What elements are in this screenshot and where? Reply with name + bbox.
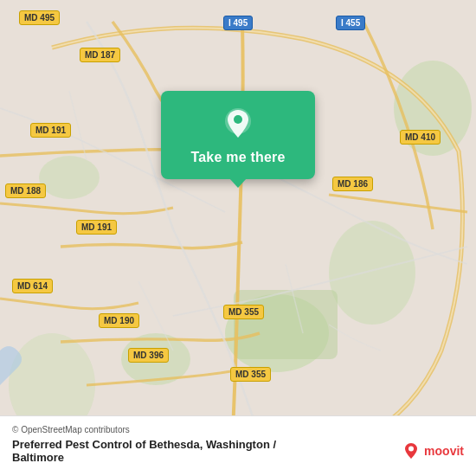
road-label-i455: I 455 [336,16,365,30]
map-attribution: © OpenStreetMap contributors [12,425,464,434]
road-label-md355-2: MD 355 [230,367,271,382]
road-label-md188: MD 188 [5,183,46,198]
bottom-bar: © OpenStreetMap contributors Preferred P… [0,415,476,476]
moovit-logo-icon [402,441,421,460]
place-name: Preferred Pest Control of Bethesda, Wash… [12,438,276,464]
svg-point-10 [234,115,242,124]
road-label-i495: I 495 [223,16,253,30]
map-container: I 495 I 455 MD 495 MD 187 MD 191 MD 191 … [0,0,476,476]
svg-point-5 [39,156,100,199]
svg-point-11 [408,447,414,452]
road-label-md187: MD 187 [80,48,120,62]
road-label-md186: MD 186 [332,177,373,191]
road-label-md410: MD 410 [400,130,441,145]
road-label-md355-1: MD 355 [223,305,264,319]
road-label-md190: MD 190 [99,313,139,328]
take-me-there-button[interactable]: Take me there [190,150,285,165]
road-label-md495: MD 495 [19,10,60,25]
road-label-md191-2: MD 191 [76,220,117,235]
moovit-text: moovit [424,444,464,458]
road-label-md191-1: MD 191 [30,123,71,138]
place-info: Preferred Pest Control of Bethesda, Wash… [12,438,464,464]
moovit-logo: moovit [402,441,464,460]
location-pin-icon [221,106,255,141]
popup-card: Take me there [161,91,315,179]
svg-point-3 [329,221,415,325]
road-label-md614: MD 614 [12,279,53,293]
road-label-md396: MD 396 [128,348,169,363]
